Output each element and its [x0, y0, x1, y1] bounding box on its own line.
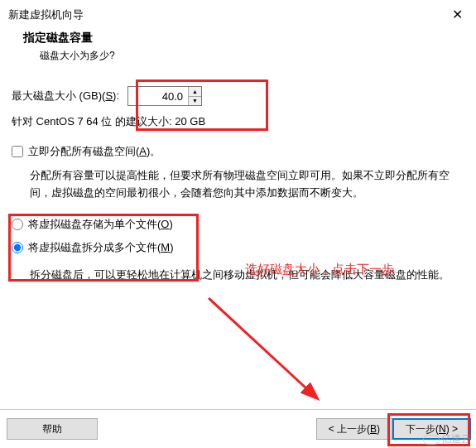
- split-multiple-files-radio[interactable]: [12, 242, 23, 253]
- spinner-down-icon[interactable]: ▼: [189, 97, 201, 106]
- disk-size-input[interactable]: [128, 87, 188, 105]
- close-icon[interactable]: ✕: [449, 7, 466, 22]
- watermark: 亿速云: [423, 432, 471, 446]
- cloud-icon: [423, 435, 440, 445]
- allocate-now-checkbox[interactable]: [12, 146, 23, 157]
- disk-file-mode-group: 将虚拟磁盘存储为单个文件(O) 将虚拟磁盘拆分成多个文件(M) 拆分磁盘后，可以…: [12, 217, 463, 287]
- disk-size-spinner[interactable]: ▲ ▼: [127, 86, 202, 106]
- allocate-now-label: 立即分配所有磁盘空间(A)。: [28, 144, 161, 159]
- allocate-description: 分配所有容量可以提高性能，但要求所有物理磁盘空间立即可用。如果不立即分配所有空间…: [12, 164, 463, 205]
- wizard-footer: 帮助 < 上一步(B) 下一步(N) >: [0, 409, 476, 448]
- spinner-up-icon[interactable]: ▲: [189, 87, 201, 97]
- recommended-size-text: 针对 CentOS 7 64 位 的建议大小: 20 GB: [12, 114, 463, 129]
- disk-size-label: 最大磁盘大小 (GB)(S):: [12, 89, 119, 104]
- annotation-text: 选好磁盘大小，点击下一步: [245, 262, 394, 277]
- disk-size-row: 最大磁盘大小 (GB)(S): ▲ ▼: [12, 86, 463, 106]
- split-multiple-files-label: 将虚拟磁盘拆分成多个文件(M): [28, 240, 174, 255]
- page-title: 指定磁盘容量: [23, 31, 476, 46]
- spinner-buttons[interactable]: ▲ ▼: [188, 87, 201, 105]
- store-single-file-row[interactable]: 将虚拟磁盘存储为单个文件(O): [12, 217, 463, 232]
- watermark-text: 亿速云: [441, 432, 471, 446]
- allocate-now-checkbox-row[interactable]: 立即分配所有磁盘空间(A)。: [12, 144, 463, 159]
- window-title: 新建虚拟机向导: [8, 7, 84, 22]
- split-description: 拆分磁盘后，可以更轻松地在计算机之间移动虚拟机，但可能会降低大容量磁盘的性能。: [12, 263, 463, 287]
- annotation-arrow-icon: [192, 290, 341, 422]
- page-subtitle: 磁盘大小为多少?: [23, 49, 476, 63]
- split-multiple-files-row[interactable]: 将虚拟磁盘拆分成多个文件(M): [12, 240, 463, 255]
- svg-line-0: [209, 298, 316, 397]
- wizard-header: 指定磁盘容量 磁盘大小为多少?: [0, 26, 476, 71]
- store-single-file-radio[interactable]: [12, 219, 23, 230]
- titlebar: 新建虚拟机向导 ✕: [0, 0, 476, 26]
- back-button[interactable]: < 上一步(B): [316, 418, 392, 440]
- help-button[interactable]: 帮助: [7, 418, 98, 440]
- content-area: 最大磁盘大小 (GB)(S): ▲ ▼ 针对 CentOS 7 64 位 的建议…: [0, 86, 476, 287]
- store-single-file-label: 将虚拟磁盘存储为单个文件(O): [28, 217, 173, 232]
